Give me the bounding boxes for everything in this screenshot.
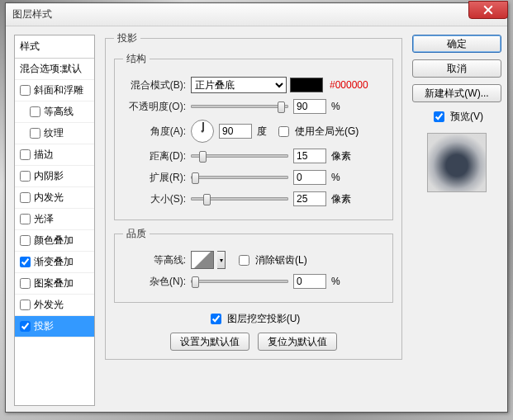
distance-slider[interactable] <box>191 154 288 158</box>
spread-slider[interactable] <box>191 176 288 179</box>
dialog-body: 样式 混合选项:默认斜面和浮雕等高线纹理描边内阴影内发光光泽颜色叠加渐变叠加图案… <box>6 26 507 412</box>
style-item-checkbox[interactable] <box>20 214 31 224</box>
style-item-checkbox[interactable] <box>20 171 31 182</box>
style-item-9[interactable]: 渐变叠加 <box>15 252 94 273</box>
style-item-8[interactable]: 颜色叠加 <box>15 230 94 252</box>
shadow-color-swatch[interactable] <box>290 78 323 92</box>
style-item-0[interactable]: 混合选项:默认 <box>15 59 94 80</box>
noise-unit: % <box>331 276 340 287</box>
size-input[interactable]: 25 <box>293 191 326 206</box>
distance-label: 距离(D): <box>123 149 191 163</box>
quality-group: 品质 等高线: ▾ 消除锯齿(L) 杂色(N): 0 % <box>114 227 393 303</box>
blend-mode-select[interactable]: 正片叠底 <box>191 77 287 93</box>
size-unit: 像素 <box>331 192 351 206</box>
angle-input[interactable]: 90 <box>219 124 252 139</box>
style-item-7[interactable]: 光泽 <box>15 209 94 230</box>
size-label: 大小(S): <box>123 192 191 206</box>
dropshadow-fieldset: 投影 结构 混合模式(B): 正片叠底 #000000 不透明度(O): <box>105 31 402 360</box>
blend-mode-label: 混合模式(B): <box>123 78 191 92</box>
knockout-checkbox[interactable]: 图层挖空投影(U) <box>207 311 301 327</box>
style-item-label: 纹理 <box>44 126 64 140</box>
style-item-checkbox[interactable] <box>30 106 40 117</box>
style-item-checkbox[interactable] <box>20 321 31 332</box>
distance-unit: 像素 <box>331 149 351 163</box>
reset-default-button[interactable]: 复位为默认值 <box>258 333 337 351</box>
global-light-checkbox[interactable]: 使用全局光(G) <box>275 124 359 139</box>
ok-button[interactable]: 确定 <box>412 35 501 53</box>
style-item-label: 投影 <box>34 319 54 333</box>
style-item-label: 等高线 <box>44 105 74 119</box>
shadow-color-hex: #000000 <box>330 79 368 91</box>
contour-picker[interactable] <box>191 251 214 269</box>
style-item-label: 颜色叠加 <box>34 234 74 248</box>
style-list: 样式 混合选项:默认斜面和浮雕等高线纹理描边内阴影内发光光泽颜色叠加渐变叠加图案… <box>14 35 95 406</box>
panel-title: 投影 <box>114 31 140 45</box>
close-button[interactable] <box>468 1 508 19</box>
size-slider[interactable] <box>191 197 288 201</box>
noise-input[interactable]: 0 <box>293 274 326 289</box>
preview-thumbnail <box>427 133 487 192</box>
spread-unit: % <box>331 172 340 183</box>
style-item-checkbox[interactable] <box>30 128 40 139</box>
spread-input[interactable]: 0 <box>293 170 326 185</box>
style-item-label: 内发光 <box>34 191 64 205</box>
style-item-label: 内阴影 <box>34 169 64 183</box>
style-item-checkbox[interactable] <box>20 257 31 267</box>
close-icon <box>483 5 493 15</box>
noise-slider[interactable] <box>191 280 288 283</box>
opacity-unit: % <box>331 101 340 112</box>
style-item-checkbox[interactable] <box>20 85 31 96</box>
set-default-button[interactable]: 设置为默认值 <box>170 333 249 351</box>
structure-group: 结构 混合模式(B): 正片叠底 #000000 不透明度(O): 90 % <box>114 52 393 220</box>
opacity-input[interactable]: 90 <box>293 99 326 114</box>
style-item-1[interactable]: 斜面和浮雕 <box>15 80 94 101</box>
angle-dial[interactable] <box>191 120 214 143</box>
style-item-label: 光泽 <box>34 212 54 226</box>
new-style-button[interactable]: 新建样式(W)... <box>412 84 501 102</box>
spread-label: 扩展(R): <box>123 171 191 185</box>
style-item-label: 斜面和浮雕 <box>34 83 83 97</box>
effect-panel: 投影 结构 混合模式(B): 正片叠底 #000000 不透明度(O): <box>105 31 402 408</box>
quality-legend: 品质 <box>123 227 150 241</box>
angle-label: 角度(A): <box>123 125 191 139</box>
style-item-4[interactable]: 描边 <box>15 144 94 166</box>
style-item-checkbox[interactable] <box>20 192 31 203</box>
style-item-11[interactable]: 外发光 <box>15 295 94 316</box>
style-item-label: 图案叠加 <box>34 276 74 290</box>
window-title: 图层样式 <box>12 7 52 21</box>
style-item-10[interactable]: 图案叠加 <box>15 273 94 295</box>
style-item-checkbox[interactable] <box>20 300 31 310</box>
distance-input[interactable]: 15 <box>293 149 326 163</box>
style-list-header: 样式 <box>15 35 94 59</box>
preview-checkbox[interactable]: 预览(V) <box>430 109 483 125</box>
right-column: 确定 取消 新建样式(W)... 预览(V) <box>412 35 501 192</box>
cancel-button[interactable]: 取消 <box>412 59 501 78</box>
style-item-6[interactable]: 内发光 <box>15 187 94 209</box>
style-item-2[interactable]: 等高线 <box>15 101 94 123</box>
opacity-label: 不透明度(O): <box>123 100 191 114</box>
opacity-slider[interactable] <box>191 105 288 108</box>
antialias-checkbox[interactable]: 消除锯齿(L) <box>235 252 307 268</box>
structure-legend: 结构 <box>123 52 150 66</box>
contour-dropdown-icon[interactable]: ▾ <box>217 251 226 269</box>
angle-unit: 度 <box>257 125 267 139</box>
style-item-3[interactable]: 纹理 <box>15 123 94 144</box>
noise-label: 杂色(N): <box>123 275 191 289</box>
style-item-5[interactable]: 内阴影 <box>15 166 94 187</box>
style-item-label: 描边 <box>34 148 54 162</box>
style-item-label: 混合选项:默认 <box>20 62 82 76</box>
layer-style-dialog: 图层样式 样式 混合选项:默认斜面和浮雕等高线纹理描边内阴影内发光光泽颜色叠加渐… <box>5 2 508 413</box>
style-item-checkbox[interactable] <box>20 149 31 160</box>
style-item-checkbox[interactable] <box>20 235 31 246</box>
style-item-checkbox[interactable] <box>20 278 31 289</box>
contour-label: 等高线: <box>123 253 191 267</box>
style-item-label: 外发光 <box>34 298 64 312</box>
style-item-label: 渐变叠加 <box>34 255 74 269</box>
style-item-12[interactable]: 投影 <box>15 316 94 337</box>
titlebar[interactable]: 图层样式 <box>6 3 507 26</box>
